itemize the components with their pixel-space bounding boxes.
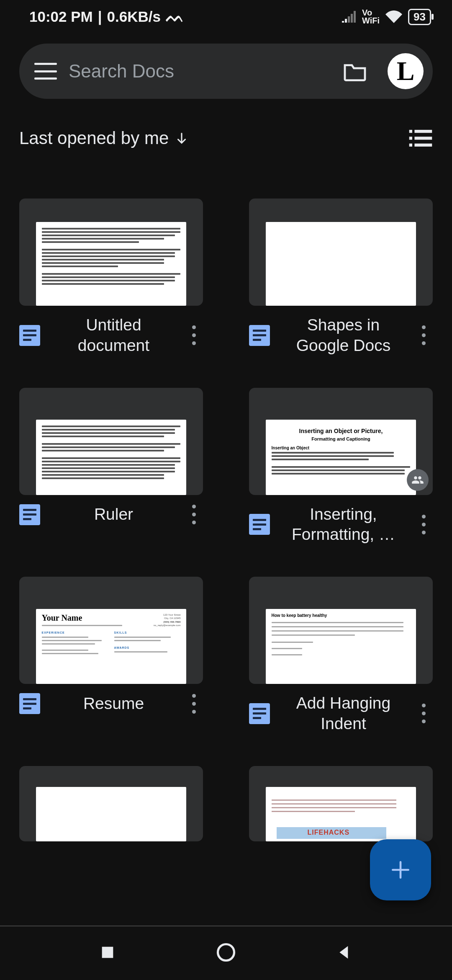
doc-meta: Shapes in Google Docs bbox=[249, 315, 433, 356]
system-nav-bar bbox=[0, 926, 452, 980]
account-avatar[interactable]: L bbox=[388, 53, 424, 89]
folder-icon[interactable] bbox=[342, 61, 367, 81]
document-grid: Untitled document Shapes in Google Docs … bbox=[19, 199, 433, 841]
recent-apps-button[interactable] bbox=[99, 944, 116, 962]
svg-rect-1 bbox=[414, 130, 432, 133]
docs-icon bbox=[249, 325, 270, 346]
home-button[interactable] bbox=[215, 941, 237, 965]
doc-card[interactable]: Ruler bbox=[19, 388, 203, 545]
doc-meta: Ruler bbox=[19, 504, 203, 525]
doc-title: Untitled document bbox=[49, 315, 178, 356]
docs-icon bbox=[19, 693, 40, 714]
miui-logo-icon: ᨓ bbox=[166, 8, 184, 26]
status-bar: 10:02 PM | 0.6KB/s ᨓ Vo WiFi 93 bbox=[0, 0, 452, 34]
svg-rect-3 bbox=[414, 137, 432, 139]
search-bar[interactable]: Search Docs L bbox=[19, 44, 433, 99]
status-separator: | bbox=[98, 8, 102, 25]
doc-meta: Inserting, Formatting, … bbox=[249, 504, 433, 545]
vowifi-icon: Vo WiFi bbox=[362, 9, 380, 25]
thumb-heading: LIFEHACKS bbox=[308, 829, 350, 836]
plus-icon bbox=[389, 858, 412, 882]
status-net-speed: 0.6KB/s bbox=[107, 8, 161, 25]
more-options-icon[interactable] bbox=[414, 704, 433, 723]
doc-card[interactable]: LIFEHACKS bbox=[249, 766, 433, 841]
doc-meta: Add Hanging Indent bbox=[249, 693, 433, 734]
doc-card[interactable]: 123 Your StreetCity, CA 12345(555) 456-7… bbox=[19, 577, 203, 734]
menu-icon[interactable] bbox=[34, 63, 57, 80]
new-document-fab[interactable] bbox=[370, 839, 431, 900]
sort-dropdown[interactable]: Last opened by me bbox=[19, 128, 189, 148]
more-options-icon[interactable] bbox=[185, 694, 203, 714]
doc-card[interactable]: Inserting an Object or Picture, Formatti… bbox=[249, 388, 433, 545]
doc-thumbnail[interactable]: 123 Your StreetCity, CA 12345(555) 456-7… bbox=[19, 577, 203, 684]
more-options-icon[interactable] bbox=[414, 325, 433, 345]
status-left: 10:02 PM | 0.6KB/s ᨓ bbox=[29, 8, 184, 26]
status-right: Vo WiFi 93 bbox=[342, 9, 431, 25]
svg-rect-4 bbox=[409, 144, 412, 147]
search-input[interactable]: Search Docs bbox=[69, 61, 331, 82]
doc-meta: Resume bbox=[19, 693, 203, 714]
doc-card[interactable]: Untitled document bbox=[19, 199, 203, 356]
doc-title: Inserting, Formatting, … bbox=[279, 504, 408, 545]
doc-meta: Untitled document bbox=[19, 315, 203, 356]
thumb-heading: How to keep battery healthy bbox=[272, 613, 411, 618]
wifi-icon bbox=[385, 10, 402, 23]
doc-thumbnail[interactable] bbox=[249, 199, 433, 306]
doc-title: Resume bbox=[49, 694, 178, 714]
docs-icon bbox=[19, 325, 40, 346]
doc-title: Shapes in Google Docs bbox=[279, 315, 408, 356]
more-options-icon[interactable] bbox=[185, 505, 203, 524]
doc-thumbnail[interactable]: Inserting an Object or Picture, Formatti… bbox=[249, 388, 433, 495]
doc-thumbnail[interactable] bbox=[19, 766, 203, 841]
list-view-toggle[interactable] bbox=[408, 130, 433, 147]
thumb-heading: Formatting and Captioning bbox=[272, 436, 411, 441]
doc-card[interactable] bbox=[19, 766, 203, 841]
battery-icon: 93 bbox=[408, 9, 431, 25]
more-options-icon[interactable] bbox=[185, 325, 203, 345]
doc-thumbnail[interactable] bbox=[19, 388, 203, 495]
svg-point-7 bbox=[218, 944, 234, 961]
cell-signal-icon bbox=[342, 11, 356, 23]
svg-rect-6 bbox=[102, 947, 113, 958]
docs-icon bbox=[249, 514, 270, 535]
doc-thumbnail[interactable]: How to keep battery healthy bbox=[249, 577, 433, 684]
doc-title: Ruler bbox=[49, 504, 178, 525]
doc-title: Add Hanging Indent bbox=[279, 693, 408, 734]
shared-icon bbox=[407, 469, 429, 491]
thumb-subheading: Inserting an Object bbox=[272, 446, 411, 450]
svg-rect-2 bbox=[409, 137, 412, 139]
back-button[interactable] bbox=[336, 944, 353, 962]
svg-rect-0 bbox=[409, 130, 412, 133]
sort-row: Last opened by me bbox=[19, 128, 433, 148]
arrow-down-icon bbox=[175, 131, 189, 145]
svg-rect-5 bbox=[414, 144, 432, 147]
doc-card[interactable]: How to keep battery healthy Add Hanging … bbox=[249, 577, 433, 734]
more-options-icon[interactable] bbox=[414, 515, 433, 534]
docs-icon bbox=[249, 703, 270, 724]
doc-thumbnail[interactable] bbox=[19, 199, 203, 306]
doc-thumbnail[interactable]: LIFEHACKS bbox=[249, 766, 433, 841]
thumb-heading: Inserting an Object or Picture, bbox=[272, 428, 411, 434]
doc-card[interactable]: Shapes in Google Docs bbox=[249, 199, 433, 356]
docs-icon bbox=[19, 504, 40, 525]
status-time: 10:02 PM bbox=[29, 8, 93, 25]
